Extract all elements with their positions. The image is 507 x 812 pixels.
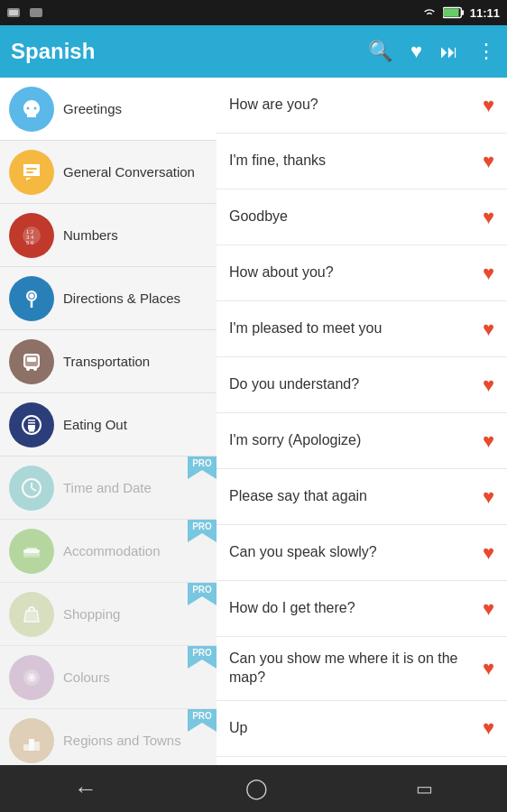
sidebar-item-greetings[interactable]: Greetings [0,78,217,141]
phrase-text-11: Up [229,719,474,738]
sidebar-item-eating[interactable]: Eating Out [0,393,217,457]
wifi-icon [421,6,438,19]
phrase-item-7[interactable]: Please say that again ♥ [217,469,507,525]
heart-11[interactable]: ♥ [483,716,494,740]
numbers-icon: 1 2 3 4 5 6 [19,223,44,248]
phrase-item-6[interactable]: I'm sorry (Apologize) ♥ [217,413,507,469]
svg-rect-10 [26,171,33,173]
svg-line-29 [32,488,36,491]
top-bar: Spanish 🔍 ♥ ⏭ ⋮ [0,25,507,78]
clock: 11:11 [470,6,500,20]
numbers-label: Numbers [63,227,118,244]
transport-icon [19,349,44,374]
heart-8[interactable]: ♥ [483,541,494,565]
svg-point-8 [34,106,37,109]
phrase-text-2: Goodbye [229,208,474,226]
svg-rect-37 [23,744,29,751]
sidebar-item-colours[interactable]: Colours PRO [0,646,217,709]
heart-5[interactable]: ♥ [483,374,494,397]
phrase-item-5[interactable]: Do you understand? ♥ [217,357,507,413]
sidebar-item-regions[interactable]: Regions and Towns PRO [0,709,217,765]
time-icon [19,475,44,501]
greetings-icon [19,97,44,122]
phrase-text-3: How about you? [229,263,474,282]
phrase-item-0[interactable]: How are you? ♥ [217,78,507,134]
back-button[interactable]: ← [74,775,97,803]
svg-point-7 [27,106,30,109]
shopping-icon [19,602,44,627]
general-label: General Conversation [63,164,195,180]
svg-rect-32 [23,553,40,556]
phrase-item-12[interactable]: Left ♥ [217,757,507,765]
sidebar-item-general[interactable]: General Conversation [0,141,217,204]
sidebar-item-time[interactable]: Time and Date PRO [0,457,217,520]
svg-rect-26 [29,430,34,432]
phrase-text-5: Do you understand? [229,375,474,394]
svg-rect-24 [28,422,35,424]
phrase-item-9[interactable]: How do I get there? ♥ [217,581,507,637]
svg-rect-39 [34,742,40,751]
heart-4[interactable]: ♥ [483,318,494,341]
svg-rect-6 [444,8,459,16]
app-title: Spanish [11,39,368,64]
heart-9[interactable]: ♥ [483,597,494,621]
svg-rect-25 [31,428,32,430]
numbers-icon-wrap: 1 2 3 4 5 6 [9,213,54,258]
heart-1[interactable]: ♥ [483,150,494,173]
favorites-icon[interactable]: ♥ [410,40,422,63]
pro-badge-shopping: PRO [188,583,217,596]
bottom-nav: ← ◯ ▭ [0,765,507,812]
sidebar-item-numbers[interactable]: 1 2 3 4 5 6 Numbers [0,204,217,267]
phrase-item-2[interactable]: Goodbye ♥ [217,189,507,245]
sidebar: Greetings General Conversation 1 2 3 4 [0,78,217,765]
svg-rect-33 [23,556,40,558]
sidebar-item-directions[interactable]: Directions & Places [0,267,217,330]
search-icon[interactable]: 🔍 [368,40,392,63]
heart-3[interactable]: ♥ [483,262,494,285]
sidebar-item-transport[interactable]: Transportation [0,330,217,393]
more-icon[interactable]: ⋮ [476,40,496,63]
status-bar: 11:11 [0,0,507,25]
svg-text:5 6: 5 6 [26,240,34,245]
message-icon [29,6,45,19]
sidebar-item-shopping[interactable]: Shopping PRO [0,583,217,646]
accommodation-label: Accommodation [63,543,161,559]
phrase-item-1[interactable]: I'm fine, thanks ♥ [217,134,507,189]
svg-rect-18 [27,357,36,362]
transport-icon-wrap [9,339,54,384]
greetings-icon-wrap [9,87,54,132]
heart-2[interactable]: ♥ [483,206,494,229]
directions-icon-wrap [9,276,54,321]
phrase-item-4[interactable]: I'm pleased to meet you ♥ [217,301,507,357]
heart-6[interactable]: ♥ [483,429,494,453]
eating-label: Eating Out [63,417,127,433]
phrase-text-6: I'm sorry (Apologize) [229,431,474,450]
phrase-item-8[interactable]: Can you speak slowly? ♥ [217,525,507,581]
heart-7[interactable]: ♥ [483,485,494,509]
svg-rect-31 [26,548,37,550]
home-button[interactable]: ◯ [245,777,268,800]
transport-label: Transportation [63,354,150,370]
directions-label: Directions & Places [63,291,180,307]
sidebar-item-accommodation[interactable]: Accommodation PRO [0,520,217,583]
regions-icon [19,728,44,753]
heart-0[interactable]: ♥ [483,94,494,117]
svg-rect-5 [461,10,464,15]
regions-label: Regions and Towns [63,733,181,749]
main-content: Greetings General Conversation 1 2 3 4 [0,78,507,765]
phrase-item-10[interactable]: Can you show me where it is on the map? … [217,637,507,701]
status-icons-left [7,6,45,19]
heart-10[interactable]: ♥ [483,657,494,680]
play-icon[interactable]: ⏭ [440,42,458,62]
svg-rect-1 [9,10,18,15]
svg-point-36 [30,676,33,679]
phrase-text-8: Can you speak slowly? [229,543,474,562]
svg-rect-21 [27,367,36,369]
general-icon [19,160,44,185]
phrase-item-3[interactable]: How about you? ♥ [217,245,507,301]
recent-button[interactable]: ▭ [416,778,433,799]
phrase-item-11[interactable]: Up ♥ [217,701,507,757]
colours-label: Colours [63,669,110,686]
accommodation-icon [19,539,44,564]
pro-badge-regions: PRO [188,709,217,723]
